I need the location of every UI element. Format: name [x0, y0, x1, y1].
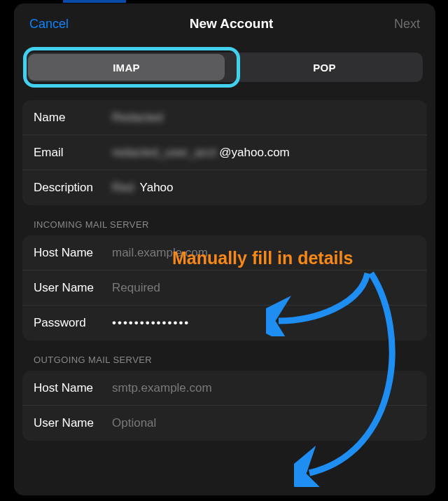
outgoing-group: Host Name smtp.example.com User Name Opt…: [22, 371, 427, 441]
modal-header: Cancel New Account Next: [14, 4, 435, 47]
incoming-password-field[interactable]: ••••••••••••••: [112, 316, 416, 330]
email-label: Email: [34, 146, 112, 160]
name-redacted: Redacted: [112, 111, 163, 125]
email-suffix: @yahoo.com: [219, 146, 289, 159]
cancel-button[interactable]: Cancel: [29, 17, 69, 32]
name-row[interactable]: Name Redacted: [22, 100, 427, 135]
segment-imap[interactable]: IMAP: [28, 54, 225, 81]
new-account-modal: Cancel New Account Next IMAP POP Name Re…: [14, 4, 435, 495]
incoming-host-row[interactable]: Host Name mail.example.com: [22, 235, 427, 270]
incoming-password-row[interactable]: Password ••••••••••••••: [22, 306, 427, 341]
outgoing-user-field[interactable]: Optional: [112, 416, 416, 430]
name-field[interactable]: Redacted: [112, 111, 416, 125]
description-suffix: Yahoo: [140, 181, 174, 194]
outgoing-host-field[interactable]: smtp.example.com: [112, 381, 416, 395]
incoming-group: Host Name mail.example.com User Name Req…: [22, 235, 427, 341]
description-field[interactable]: Red Yahoo: [112, 181, 416, 195]
email-field[interactable]: redacted_user_acct@yahoo.com: [112, 146, 416, 160]
account-type-segment-wrap: IMAP POP: [14, 53, 435, 82]
description-row[interactable]: Description Red Yahoo: [22, 170, 427, 205]
account-type-segment[interactable]: IMAP POP: [27, 53, 423, 82]
incoming-host-field[interactable]: mail.example.com: [112, 246, 416, 260]
email-row[interactable]: Email redacted_user_acct@yahoo.com: [22, 135, 427, 170]
outgoing-user-row[interactable]: User Name Optional: [22, 406, 427, 441]
description-redacted-prefix: Red: [112, 181, 134, 195]
next-button[interactable]: Next: [394, 17, 420, 32]
outgoing-host-label: Host Name: [34, 381, 112, 395]
name-label: Name: [34, 111, 112, 125]
outgoing-user-label: User Name: [34, 416, 112, 430]
incoming-user-label: User Name: [34, 281, 112, 295]
email-redacted-prefix: redacted_user_acct: [112, 146, 216, 160]
identity-group: Name Redacted Email redacted_user_acct@y…: [22, 100, 427, 205]
incoming-password-label: Password: [34, 316, 112, 330]
incoming-user-field[interactable]: Required: [112, 281, 416, 295]
incoming-header: INCOMING MAIL SERVER: [14, 219, 435, 235]
incoming-host-label: Host Name: [34, 246, 112, 260]
modal-title: New Account: [190, 16, 274, 32]
outgoing-host-row[interactable]: Host Name smtp.example.com: [22, 371, 427, 406]
incoming-user-row[interactable]: User Name Required: [22, 270, 427, 306]
outgoing-header: OUTGOING MAIL SERVER: [14, 355, 435, 371]
segment-pop[interactable]: POP: [226, 53, 423, 82]
description-label: Description: [34, 181, 112, 195]
